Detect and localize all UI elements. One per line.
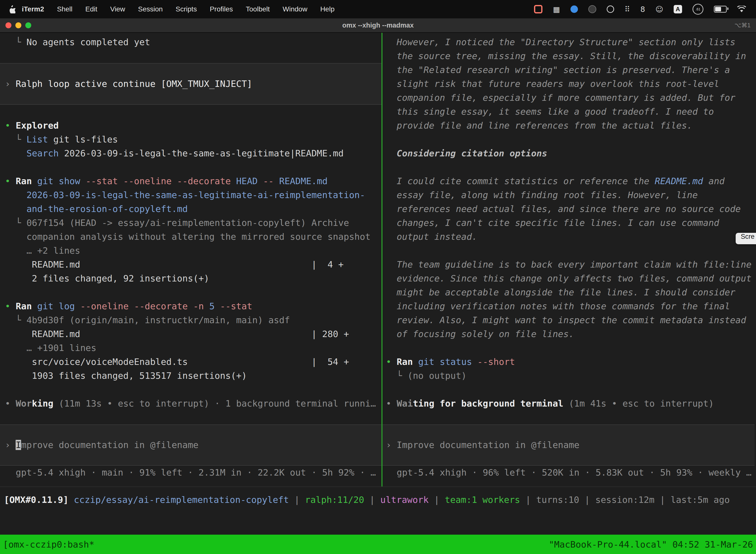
menu-profiles[interactable]: Profiles <box>203 5 239 13</box>
text-segment: 4b9d30f (origin/main, instructkr/main, m… <box>26 315 290 325</box>
text-segment <box>386 51 397 61</box>
ring-app-icon[interactable] <box>607 5 614 13</box>
terminal-line: • Waiting for background terminal (1m 41… <box>386 397 755 410</box>
text-segment <box>386 204 397 214</box>
text-segment: └ <box>386 371 407 381</box>
terminal-line: 2026-03-09-is-legal-the-same-as-legitima… <box>5 188 381 202</box>
text-segment: … +1901 lines <box>5 343 96 353</box>
battery-gauge-icon[interactable]: .61 <box>693 4 703 15</box>
terminal-line: 2 files changed, 92 insertions(+) <box>5 272 381 285</box>
grid-app-icon[interactable]: ▦ <box>553 5 560 14</box>
text-segment: the "Related research writing" section i… <box>397 65 730 75</box>
text-segment: README.md | 4 + <box>5 259 343 270</box>
wifi-icon[interactable] <box>737 6 746 13</box>
text-segment: this single essay, it seems like a good … <box>397 107 714 117</box>
text-segment: • <box>5 120 16 130</box>
ralph-loop-line: › Ralph loop active continue [OMX_TMUX_I… <box>5 77 381 91</box>
menu-shell[interactable]: Shell <box>51 5 79 13</box>
menu-view[interactable]: View <box>104 5 131 13</box>
numeric-app-icon[interactable]: 8 <box>640 5 645 14</box>
text-segment <box>214 301 220 311</box>
terminal-line: └ List git ls-files <box>5 132 381 147</box>
text-segment: • <box>386 398 397 408</box>
text-segment: the source tree, missing the essay. Stil… <box>397 51 746 61</box>
text-segment <box>386 120 397 130</box>
right-pane-output: However, I noticed the "Directory Struct… <box>386 35 755 425</box>
blue-app-icon[interactable] <box>570 5 578 13</box>
menu-toolbelt[interactable]: Toolbelt <box>239 5 276 13</box>
text-segment: | <box>429 495 445 505</box>
text-segment <box>386 176 397 186</box>
menubar-app-name[interactable]: iTerm2 <box>18 5 51 13</box>
menu-help[interactable]: Help <box>314 5 341 13</box>
text-segment <box>80 176 85 186</box>
menu-scripts[interactable]: Scripts <box>169 5 203 13</box>
menu-edit[interactable]: Edit <box>79 5 104 13</box>
text-segment: 1903 files changed, 513517 insertions(+) <box>5 371 247 381</box>
text-segment: Explored <box>16 120 59 130</box>
text-segment: • <box>5 398 16 408</box>
menu-session[interactable]: Session <box>131 5 169 13</box>
terminal-line: of focusing solely on file lines. <box>386 327 755 341</box>
text-segment: • <box>5 301 16 311</box>
dots-grid-icon[interactable]: ⠿ <box>625 5 630 14</box>
text-segment: List <box>26 134 48 145</box>
text-segment: -- <box>263 176 273 186</box>
text-segment: [OMX#0.11.9] <box>4 495 68 505</box>
left-pane-top-output: └ No agents completed yet <box>5 35 381 63</box>
left-prompt-box[interactable]: › Improve documentation in @filename <box>0 425 381 466</box>
terminal-line <box>386 383 755 397</box>
text-segment: | <box>654 495 671 505</box>
minimize-button[interactable] <box>15 22 21 28</box>
face-app-icon[interactable]: ☺ <box>655 5 663 14</box>
left-session-status: gpt-5.4 xhigh · main · 91% left · 2.31M … <box>5 466 381 480</box>
battery-icon[interactable] <box>714 6 727 13</box>
terminal-window: └ No agents completed yet › Ralph loop a… <box>0 33 756 487</box>
terminal-line: • Ran git status --short <box>386 355 755 369</box>
right-prompt-input[interactable]: › Improve documentation in @filename <box>386 438 755 452</box>
text-segment: changes, I can't cite specific file line… <box>397 218 719 228</box>
text-segment <box>386 259 397 270</box>
tmux-status-bar: [omx-cczip0:bash* "MacBook-Pro-44.local"… <box>0 535 756 554</box>
tmux-session-label[interactable]: [omx-cczip0:bash* <box>3 539 94 550</box>
terminal-line: Search 2026-03-09-is-legal-the-same-as-l… <box>5 147 381 160</box>
text-segment: references need actual files, and since … <box>397 204 741 214</box>
text-segment <box>386 467 397 478</box>
text-segment: (no output) <box>407 371 466 381</box>
text-segment: ralph:11/20 <box>305 495 364 505</box>
text-segment: Ran <box>397 357 413 367</box>
dark-app-icon[interactable] <box>588 5 596 13</box>
text-segment: README.md | 280 + <box>5 329 349 339</box>
terminal-line: However, I noticed the "Directory Struct… <box>386 35 755 49</box>
text-segment <box>386 79 397 89</box>
right-prompt-box[interactable]: › Improve documentation in @filename <box>382 425 755 466</box>
window-titlebar[interactable]: omx --xhigh --madmax ⌥⌘1 <box>0 18 756 33</box>
input-source-icon[interactable]: A <box>674 5 682 13</box>
apple-menu-icon[interactable] <box>8 5 15 13</box>
text-segment <box>274 176 279 186</box>
text-segment <box>386 218 397 228</box>
text-segment: 2 files changed, 92 insertions(+) <box>5 273 209 283</box>
text-segment: Ran <box>16 301 32 311</box>
omx-status-bar: [OMX#0.11.9] cczip/essay/ai-reimplementa… <box>0 487 756 512</box>
zoom-button[interactable] <box>25 22 31 28</box>
text-segment <box>413 357 418 367</box>
screen-recording-icon[interactable] <box>534 5 543 13</box>
terminal-line: companion file, especially if more comme… <box>386 91 755 105</box>
text-segment <box>32 301 37 311</box>
text-segment: git status <box>418 357 472 367</box>
left-prompt-input[interactable]: › Improve documentation in @filename <box>5 438 381 452</box>
text-segment: ultrawork <box>380 495 429 505</box>
text-segment <box>386 65 397 75</box>
terminal-line <box>386 341 755 355</box>
edge-tooltip: Scre <box>736 233 756 244</box>
terminal-line <box>386 244 755 258</box>
menu-window[interactable]: Window <box>276 5 314 13</box>
terminal-line: • Working (11m 13s • esc to interrupt) ·… <box>5 397 381 410</box>
text-segment: Considering citation options <box>397 148 547 158</box>
window-title: omx --xhigh --madmax <box>0 21 756 29</box>
close-button[interactable] <box>5 22 11 28</box>
text-segment: git show <box>37 176 80 186</box>
terminal-line: • Explored <box>5 119 381 132</box>
ralph-loop-banner: › Ralph loop active continue [OMX_TMUX_I… <box>0 63 381 105</box>
